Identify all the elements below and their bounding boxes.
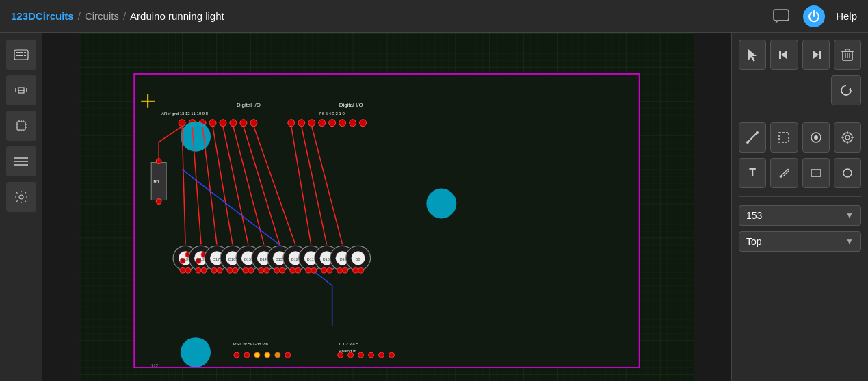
step-back-tool[interactable] <box>770 40 798 70</box>
svg-text:D16: D16 <box>228 257 235 261</box>
svg-point-166 <box>746 141 749 144</box>
svg-text:RST 3v  5v  Gnd  Vin: RST 3v 5v Gnd Vin <box>233 342 268 346</box>
toolbar-divider-2 <box>739 196 861 197</box>
svg-point-154 <box>389 352 394 358</box>
canvas-area[interactable]: Digital I/O Digital I/O ARef gnd 13 12 1… <box>42 33 731 381</box>
svg-point-144 <box>244 352 250 358</box>
svg-point-127 <box>264 267 269 273</box>
svg-point-116 <box>180 267 185 273</box>
svg-text:ARef gnd 13  12  11  10  9   8: ARef gnd 13 12 11 10 9 8 <box>161 111 209 116</box>
pen-tool[interactable] <box>770 158 798 188</box>
sidebar-btn-keyboard[interactable] <box>6 40 36 70</box>
svg-rect-168 <box>779 133 789 142</box>
svg-text:D15: D15 <box>244 257 251 261</box>
svg-point-146 <box>265 352 270 358</box>
svg-point-147 <box>275 352 280 358</box>
svg-point-53 <box>360 120 367 127</box>
svg-rect-2 <box>16 52 18 53</box>
svg-text:D13: D13 <box>276 257 282 261</box>
svg-rect-7 <box>18 55 23 56</box>
svg-point-132 <box>306 267 311 273</box>
svg-point-52 <box>350 120 356 127</box>
svg-rect-8 <box>24 55 26 56</box>
power-button[interactable] <box>803 5 825 27</box>
via-tool[interactable] <box>802 122 830 153</box>
svg-point-54 <box>181 122 211 152</box>
svg-point-170 <box>814 135 818 140</box>
svg-point-145 <box>254 352 260 358</box>
pcb-canvas: Digital I/O Digital I/O ARef gnd 13 12 1… <box>42 33 731 381</box>
svg-point-55 <box>426 189 456 219</box>
svg-point-124 <box>243 267 248 273</box>
svg-point-120 <box>211 267 217 273</box>
svg-point-139 <box>358 267 364 273</box>
svg-text:D17: D17 <box>213 257 220 261</box>
svg-rect-4 <box>21 52 23 53</box>
svg-text:D12: D12 <box>291 257 298 261</box>
svg-rect-156 <box>779 51 781 59</box>
layer-dropdown[interactable]: Top ▼ <box>739 231 861 252</box>
layer-value: Top <box>746 236 762 247</box>
svg-point-137 <box>343 267 348 273</box>
svg-point-148 <box>285 352 291 358</box>
svg-point-47 <box>298 120 305 127</box>
chat-icon[interactable] <box>773 9 792 24</box>
region-tool[interactable] <box>770 122 798 153</box>
svg-point-126 <box>259 267 264 273</box>
svg-point-167 <box>756 131 759 134</box>
brand-prefix: 123D <box>11 10 36 22</box>
svg-marker-165 <box>848 88 851 90</box>
svg-point-117 <box>185 267 191 273</box>
rect-tool[interactable] <box>802 158 830 188</box>
help-link[interactable]: Help <box>836 10 857 22</box>
circuits-link[interactable]: Circuits <box>85 10 119 22</box>
svg-rect-178 <box>811 170 821 176</box>
brand-logo: 123DCircuits <box>11 10 74 22</box>
zoom-dropdown[interactable]: 153 ▼ <box>739 205 861 226</box>
svg-text:D19: D19 <box>181 257 188 261</box>
svg-point-179 <box>843 169 852 177</box>
svg-rect-0 <box>774 10 789 21</box>
step-forward-tool[interactable] <box>802 40 830 70</box>
target-tool[interactable] <box>834 122 861 153</box>
svg-point-128 <box>274 267 280 273</box>
svg-text:D9: D9 <box>340 257 345 261</box>
svg-point-153 <box>379 352 384 358</box>
svg-point-130 <box>290 267 295 273</box>
sidebar-btn-list[interactable] <box>6 146 36 176</box>
select-tool[interactable] <box>739 40 766 70</box>
sep2: / <box>123 10 126 22</box>
delete-tool[interactable] <box>834 40 861 70</box>
main-layout: Digital I/O Digital I/O ARef gnd 13 12 1… <box>0 33 868 381</box>
toolbar-row-1 <box>739 40 861 70</box>
svg-text:D10: D10 <box>323 257 330 261</box>
sidebar-btn-components[interactable] <box>6 75 36 105</box>
route-tool[interactable] <box>739 122 766 153</box>
svg-point-50 <box>329 120 336 127</box>
svg-point-138 <box>353 267 358 273</box>
svg-rect-6 <box>16 55 18 56</box>
svg-point-129 <box>280 267 285 273</box>
svg-point-136 <box>337 267 343 273</box>
layer-arrow: ▼ <box>845 237 854 246</box>
svg-text:D18: D18 <box>197 257 204 261</box>
svg-point-48 <box>308 120 315 127</box>
svg-rect-31 <box>134 74 640 367</box>
svg-point-122 <box>227 267 233 273</box>
zoom-value: 153 <box>746 210 762 221</box>
breadcrumb: 123DCircuits / Circuits / Arduino runnin… <box>11 10 224 22</box>
svg-point-38 <box>179 120 185 127</box>
circle-tool[interactable] <box>834 158 861 188</box>
rotate-tool[interactable] <box>831 75 861 105</box>
text-tool[interactable]: T <box>739 158 766 188</box>
svg-point-172 <box>845 135 850 140</box>
sidebar-btn-chip[interactable] <box>6 111 36 141</box>
svg-point-131 <box>295 267 301 273</box>
sidebar-btn-settings[interactable] <box>6 182 36 212</box>
toolbar-row-3 <box>739 122 861 153</box>
svg-point-60 <box>156 199 161 205</box>
svg-marker-157 <box>781 51 787 59</box>
svg-marker-159 <box>813 51 819 59</box>
svg-point-151 <box>358 352 364 358</box>
svg-text:U2: U2 <box>151 363 159 369</box>
